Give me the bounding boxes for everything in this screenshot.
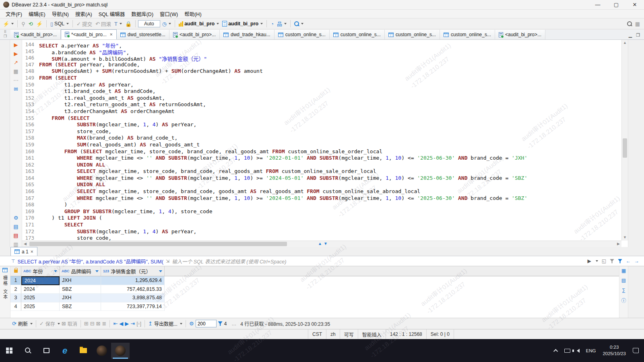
close-icon[interactable]: × — [110, 32, 113, 37]
transaction-log-button[interactable]: T — [113, 21, 123, 27]
grid-settings-gear-icon[interactable]: ⚙ — [189, 321, 194, 326]
execute-script-icon[interactable]: ↗ — [14, 60, 18, 65]
expand-filter-icon[interactable]: ⇲ — [166, 259, 169, 264]
menu-item-6[interactable]: 窗口(W) — [157, 9, 181, 19]
grid-cell[interactable]: JXH — [60, 294, 101, 302]
chevron-down-icon[interactable] — [58, 323, 60, 325]
filter-input[interactable]: 输入一个 SQL 表达式来过滤结果 (使用 Ctrl+Space) — [172, 257, 585, 265]
menu-item-4[interactable]: SQL 编辑器 — [95, 9, 128, 19]
panel-metadata-icon[interactable]: ⓘ — [621, 297, 626, 304]
column-header-1[interactable]: ABC品牌编码 — [60, 266, 101, 276]
code-line[interactable]: 165 UNION ALL — [22, 181, 621, 188]
touch-keyboard-button[interactable] — [561, 347, 573, 354]
code-line[interactable]: 145 a.brandCode AS "品牌编码", — [22, 48, 621, 55]
column-header-0[interactable]: ABC年份 — [21, 266, 60, 276]
table-row[interactable]: 12024JXH1,295,629.4 — [10, 276, 619, 285]
editor-tab-1[interactable]: *<audit_bi_pro...× — [61, 29, 117, 39]
menu-item-3[interactable]: 搜索(A) — [72, 9, 95, 19]
sql-editor-button[interactable]: ▯SQL — [49, 20, 70, 27]
editor-tab-3[interactable]: <audit_bi_pro>... — [169, 30, 220, 39]
new-connection-button[interactable]: ⚡ — [2, 21, 15, 27]
code-line[interactable]: 170 ) t1 LEFT JOIN ( — [22, 215, 621, 222]
lock-button[interactable]: 🔒 — [124, 21, 133, 27]
grid-cell[interactable]: SBZ — [60, 302, 101, 311]
code-line[interactable]: 157 store_code, — [22, 128, 621, 135]
chevron-down-icon[interactable] — [180, 323, 182, 325]
save-to-file-icon[interactable]: ▤ — [13, 224, 18, 229]
code-line[interactable]: 167 WHERE mgclear_time <> '' AND SUBSTR(… — [22, 195, 621, 202]
code-line[interactable]: 151 t1.brand_code_t AS brandCode, — [22, 88, 621, 95]
editor-tab-8[interactable]: custom_online_s... — [440, 30, 495, 39]
table-row[interactable]: 42025SBZ723,397,779.14 — [10, 302, 619, 311]
vertical-scrollbar[interactable]: ▲ ▼ — [621, 40, 628, 241]
grid-cell[interactable]: SBZ — [60, 285, 101, 294]
text-view-label[interactable]: 文本 — [2, 289, 8, 300]
scroll-left-icon[interactable]: ◀ — [22, 241, 28, 247]
task-view-button[interactable] — [37, 343, 56, 359]
code-line[interactable]: 172 SUBSTR(mgclear_time, 1, 4) AS perYea… — [22, 228, 621, 235]
mail-export-icon[interactable]: ✉ — [14, 86, 18, 92]
schema-selector[interactable]: audit_bi_pro — [221, 20, 264, 27]
next-page-icon[interactable]: ▶ — [125, 321, 129, 326]
code-line[interactable]: 166 SELECT mgclear_time, store_code, bra… — [22, 188, 621, 195]
code-line[interactable]: 160 FROM (SELECT mgclear_time, store_cod… — [22, 148, 621, 155]
more-dots-icon[interactable]: ⠿ — [4, 30, 7, 34]
sort-dropdown-icon[interactable] — [95, 270, 99, 272]
file-explorer-button[interactable] — [74, 343, 93, 359]
grid-cell[interactable]: 2025 — [21, 302, 60, 311]
code-line[interactable]: 164 WHERE mgclear_time <> '' AND SUBSTR(… — [22, 175, 621, 182]
prev-page-icon[interactable]: ◀ — [119, 321, 123, 326]
menu-item-1[interactable]: 编辑(E) — [25, 9, 49, 19]
code-line[interactable]: 156 SUBSTR(mgclear_time, 1, 4) AS perYea… — [22, 121, 621, 128]
grid-cell[interactable]: 723,397,779.14 — [101, 302, 165, 311]
code-line[interactable]: 163 SELECT mgclear_time, store_code, bra… — [22, 168, 621, 175]
save-button[interactable]: 保存 — [45, 320, 55, 327]
load-from-file-icon[interactable]: ▤ — [13, 233, 18, 238]
code-line[interactable]: 161 WHERE mgclear_time <> '' AND SUBSTR(… — [22, 155, 621, 162]
row-number[interactable]: 4 — [10, 302, 21, 311]
horizontal-scrollbar[interactable]: ◀ ▲▼ ▶ — [22, 241, 621, 247]
tasks-button[interactable]: 品 — [276, 21, 288, 27]
commit-button[interactable]: ✓提交 — [75, 19, 93, 29]
disconnect-button[interactable]: ⚲ — [20, 21, 27, 27]
refresh-button[interactable]: 刷新 — [18, 320, 28, 327]
code-line[interactable]: 153 t2.real_return_goods_amt_t AS return… — [22, 101, 621, 108]
code-line[interactable]: 148 SUM(goodsAmt) + SUM(returnGoodsAmt) … — [22, 68, 621, 75]
grid-cell[interactable]: 3,898,875.48 — [101, 294, 165, 302]
last-page-icon[interactable]: ⇥ — [130, 321, 135, 326]
app-button-2-active[interactable] — [111, 343, 130, 359]
chevron-down-icon[interactable] — [596, 260, 598, 262]
start-button[interactable] — [0, 343, 19, 359]
reconnect-button[interactable]: ⟲ — [27, 21, 34, 27]
apply-filter-icon[interactable]: ▶ — [587, 258, 591, 264]
minimize-editor-icon[interactable]: ▁ — [629, 33, 632, 38]
language-indicator[interactable]: ENG — [583, 347, 599, 355]
commit-mode-select[interactable]: Auto — [138, 20, 160, 27]
rollback-button[interactable]: ↶回滚 — [94, 19, 112, 29]
code-line[interactable]: 173 store_code, — [22, 235, 621, 241]
settings-gear-icon[interactable]: ⚙ — [14, 215, 19, 220]
scroll-down-icon[interactable]: ▼ — [622, 234, 628, 241]
column-header-2[interactable]: 123净销售金额（元） — [101, 266, 165, 276]
code-line[interactable]: 171 SELECT — [22, 222, 621, 228]
grid-cell[interactable]: 2024 — [21, 276, 60, 285]
quick-search-icon[interactable] — [627, 21, 632, 26]
output-log-icon[interactable]: ▥ — [13, 242, 18, 247]
code-line[interactable]: 144SELECT a.perYear AS "年份", — [22, 41, 621, 48]
dashboard-button[interactable]: ◔ — [269, 21, 275, 27]
delete-row-icon[interactable]: ⊠ — [96, 321, 101, 326]
filter-icon[interactable] — [618, 259, 622, 263]
sort-dropdown-icon[interactable] — [159, 270, 162, 272]
more-actions-icon[interactable]: ⋯ — [13, 78, 19, 83]
hscroll-thumb[interactable] — [29, 242, 287, 246]
menu-item-2[interactable]: 导航(N) — [49, 9, 72, 19]
filter-clear-icon[interactable] — [610, 259, 614, 263]
taskbar-search-button[interactable] — [19, 343, 37, 359]
connection-selector[interactable]: audit_bi_pro — [178, 20, 220, 27]
editor-tab-6[interactable]: custom_online_s... — [330, 30, 385, 39]
grid-view-icon[interactable] — [2, 268, 8, 272]
table-row[interactable]: 32025JXH3,898,875.48 — [10, 294, 619, 302]
volume-button[interactable] — [574, 347, 582, 354]
table-row[interactable]: 22024SBZ757,462,815.33 — [10, 285, 619, 294]
execute-statement-icon[interactable]: ▶ — [14, 42, 18, 47]
